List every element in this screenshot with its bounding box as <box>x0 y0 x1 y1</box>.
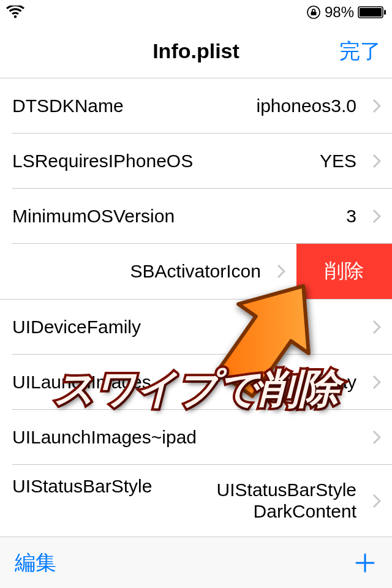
table-row[interactable]: UILaunchImages~ipad <box>12 410 392 465</box>
chevron-right-icon <box>371 373 382 391</box>
delete-button[interactable]: 削除 <box>296 244 392 299</box>
orientation-lock-icon <box>306 5 321 20</box>
svg-rect-3 <box>384 10 386 15</box>
table-row[interactable]: UIStatusBarStyle UIStatusBarStyle DarkCo… <box>12 465 392 537</box>
row-key: UILaunchImages~ipad <box>12 427 197 448</box>
row-key: UILaunchImages <box>12 372 151 393</box>
row-value: iphoneos3.0 <box>124 96 365 116</box>
row-value: Array <box>151 372 365 393</box>
swiped-row-container: Class SBActivatorIcon 削除 <box>0 244 392 300</box>
toolbar: 編集 <box>0 537 392 588</box>
row-value: 3 <box>175 206 365 227</box>
table-row[interactable]: Class SBActivatorIcon 削除 <box>0 244 392 299</box>
status-bar: 98% <box>0 0 392 24</box>
chevron-right-icon <box>371 97 382 115</box>
row-key: UIDeviceFamily <box>12 317 141 337</box>
row-key: DTSDKName <box>12 96 124 116</box>
chevron-right-icon <box>276 262 287 281</box>
chevron-right-icon <box>371 428 382 447</box>
table-row[interactable]: LSRequiresIPhoneOS YES <box>12 134 392 189</box>
done-button[interactable]: 完了 <box>339 37 381 66</box>
row-key: LSRequiresIPhoneOS <box>12 151 193 172</box>
plus-icon <box>353 551 377 575</box>
battery-percent: 98% <box>325 4 354 21</box>
row-key: UIStatusBarStyle <box>12 465 152 497</box>
row-value: YES <box>193 151 365 172</box>
chevron-right-icon <box>371 152 382 170</box>
page-title: Info.plist <box>153 39 239 63</box>
table-row[interactable]: DTSDKName iphoneos3.0 <box>12 78 392 134</box>
chevron-right-icon <box>371 318 382 336</box>
chevron-right-icon <box>371 492 382 510</box>
nav-bar: Info.plist 完了 <box>0 24 392 78</box>
battery-icon <box>358 6 386 18</box>
table-row[interactable]: UIDeviceFamily <box>12 300 392 355</box>
table-row[interactable]: MinimumOSVersion 3 <box>12 189 392 244</box>
table-row[interactable]: UILaunchImages Array <box>12 355 392 410</box>
svg-rect-2 <box>360 8 382 17</box>
edit-button[interactable]: 編集 <box>15 549 56 577</box>
row-key: MinimumOSVersion <box>12 206 175 227</box>
property-list: DTSDKName iphoneos3.0 LSRequiresIPhoneOS… <box>0 78 392 537</box>
add-button[interactable] <box>353 551 377 575</box>
wifi-icon <box>6 6 24 19</box>
chevron-right-icon <box>371 207 382 225</box>
row-value: UIStatusBarStyle DarkContent <box>152 480 365 522</box>
